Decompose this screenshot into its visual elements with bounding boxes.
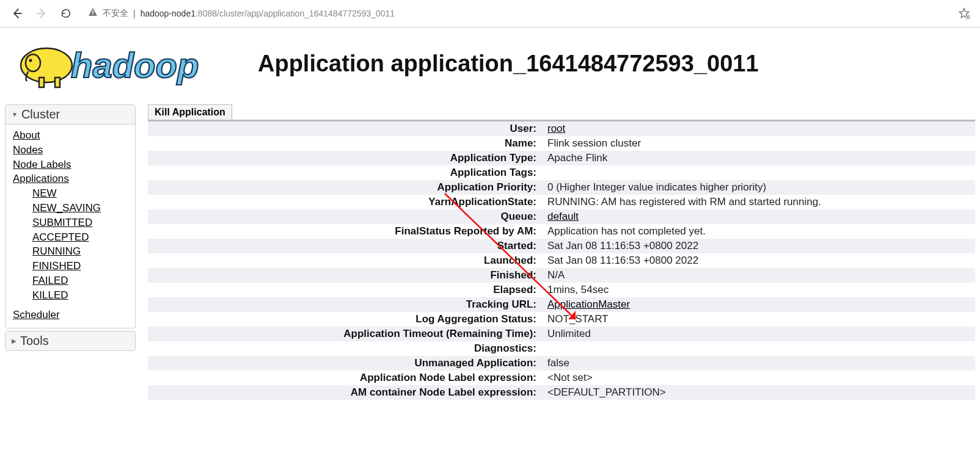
row-label: Log Aggregation Status: — [148, 312, 544, 327]
svg-text:hadoop: hadoop — [71, 45, 199, 85]
sidebar-tools-header[interactable]: ▶Tools — [5, 331, 135, 350]
row-value: Application has not completed yet. — [544, 224, 975, 239]
application-details-table: User:rootName:Flink session clusterAppli… — [148, 120, 975, 400]
row-label: User: — [148, 121, 544, 137]
sidebar-item-app-submitted[interactable]: SUBMITTED — [32, 215, 128, 230]
row-value: Sat Jan 08 11:16:53 +0800 2022 — [544, 253, 975, 268]
row-label: Application Node Label expression: — [148, 371, 544, 385]
arrow-left-icon — [11, 7, 23, 20]
favorite-button[interactable] — [956, 5, 973, 22]
svg-rect-0 — [92, 10, 93, 13]
page-title: Application application_1641484772593_00… — [258, 51, 973, 77]
sidebar-item-app-running[interactable]: RUNNING — [32, 244, 128, 259]
row-value: NOT_START — [544, 312, 975, 327]
table-row: Application Timeout (Remaining Time):Unl… — [148, 327, 975, 341]
content-area: Kill Application User:rootName:Flink ses… — [148, 104, 975, 400]
row-label: Application Tags: — [148, 165, 544, 180]
sidebar-tools-section: ▶Tools — [5, 331, 136, 351]
arrow-right-icon — [35, 7, 48, 20]
row-label: Application Type: — [148, 151, 544, 165]
forward-button[interactable] — [32, 4, 51, 23]
star-plus-icon — [958, 7, 970, 20]
back-button[interactable] — [7, 4, 27, 23]
row-value: 1mins, 54sec — [544, 283, 975, 297]
row-value-link[interactable]: ApplicationMaster — [547, 299, 630, 310]
row-value: root — [544, 121, 975, 137]
sidebar-item-scheduler[interactable]: Scheduler — [13, 308, 128, 322]
row-label: Tracking URL: — [148, 297, 544, 312]
security-label: 不安全 — [103, 8, 128, 19]
row-value: ApplicationMaster — [544, 297, 975, 312]
reload-icon — [60, 8, 71, 19]
table-row: Tracking URL:ApplicationMaster — [148, 297, 975, 312]
row-label: Unmanaged Application: — [148, 356, 544, 371]
row-value: 0 (Higher Integer value indicates higher… — [544, 180, 975, 195]
triangle-down-icon: ▼ — [12, 111, 18, 118]
row-value: N/A — [544, 268, 975, 283]
table-row: Application Node Label expression:<Not s… — [148, 371, 975, 385]
row-value: RUNNING: AM has registered with RM and s… — [544, 195, 975, 209]
sidebar: ▼Cluster About Nodes Node Labels Applica… — [5, 104, 136, 400]
sidebar-item-applications[interactable]: Applications — [13, 172, 128, 186]
row-label: Queue: — [148, 209, 544, 224]
row-value: default — [544, 209, 975, 224]
table-row: Log Aggregation Status:NOT_START — [148, 312, 975, 327]
row-label: Finished: — [148, 268, 544, 283]
browser-toolbar: 不安全 | hadoop-node1:8088/cluster/app/appl… — [0, 0, 980, 27]
table-row: Elapsed:1mins, 54sec — [148, 283, 975, 297]
separator: | — [133, 9, 136, 18]
address-bar[interactable]: 不安全 | hadoop-node1:8088/cluster/app/appl… — [81, 5, 951, 22]
row-label: Name: — [148, 136, 544, 151]
table-row: Unmanaged Application:false — [148, 356, 975, 371]
row-value: Flink session cluster — [544, 136, 975, 151]
sidebar-item-app-failed[interactable]: FAILED — [32, 273, 128, 288]
sidebar-cluster-header[interactable]: ▼Cluster — [5, 105, 135, 125]
row-value: <DEFAULT_PARTITION> — [544, 385, 975, 400]
row-label: Started: — [148, 239, 544, 253]
sidebar-item-app-accepted[interactable]: ACCEPTED — [32, 230, 128, 245]
table-row: FinalStatus Reported by AM:Application h… — [148, 224, 975, 239]
sidebar-item-app-finished[interactable]: FINISHED — [32, 259, 128, 273]
page-header: hadoop Application application_164148477… — [0, 27, 980, 100]
sidebar-item-app-killed[interactable]: KILLED — [32, 288, 128, 303]
row-value — [544, 165, 975, 180]
table-row: Application Type:Apache Flink — [148, 151, 975, 165]
table-row: YarnApplicationState:RUNNING: AM has reg… — [148, 195, 975, 209]
row-value: Apache Flink — [544, 151, 975, 165]
reload-button[interactable] — [56, 4, 76, 23]
table-row: Queue:default — [148, 209, 975, 224]
row-value: Sat Jan 08 11:16:53 +0800 2022 — [544, 239, 975, 253]
row-label: Diagnostics: — [148, 341, 544, 356]
sidebar-item-node-labels[interactable]: Node Labels — [13, 157, 128, 172]
row-label: Elapsed: — [148, 283, 544, 297]
kill-application-button[interactable]: Kill Application — [148, 104, 232, 120]
sidebar-item-app-new[interactable]: NEW — [32, 186, 128, 201]
triangle-right-icon: ▶ — [12, 338, 16, 344]
table-row: AM container Node Label expression:<DEFA… — [148, 385, 975, 400]
table-row: Application Priority:0 (Higher Integer v… — [148, 180, 975, 195]
sidebar-item-nodes[interactable]: Nodes — [13, 143, 128, 157]
svg-point-4 — [26, 54, 40, 71]
row-value: false — [544, 356, 975, 371]
row-label: AM container Node Label expression: — [148, 385, 544, 400]
row-value-link[interactable]: root — [547, 123, 565, 134]
row-value — [544, 341, 975, 356]
insecure-icon — [88, 7, 98, 20]
table-row: User:root — [148, 121, 975, 137]
svg-rect-7 — [55, 78, 60, 87]
row-label: FinalStatus Reported by AM: — [148, 224, 544, 239]
row-label: Application Timeout (Remaining Time): — [148, 327, 544, 341]
svg-rect-6 — [39, 78, 44, 87]
table-row: Launched:Sat Jan 08 11:16:53 +0800 2022 — [148, 253, 975, 268]
row-label: Launched: — [148, 253, 544, 268]
table-row: Name:Flink session cluster — [148, 136, 975, 151]
row-label: YarnApplicationState: — [148, 195, 544, 209]
table-row: Finished:N/A — [148, 268, 975, 283]
svg-point-5 — [29, 59, 32, 62]
row-value-link[interactable]: default — [547, 211, 579, 222]
row-value: Unlimited — [544, 327, 975, 341]
svg-rect-1 — [92, 14, 93, 15]
sidebar-item-app-new-saving[interactable]: NEW_SAVING — [32, 201, 128, 215]
sidebar-item-about[interactable]: About — [13, 128, 128, 143]
table-row: Diagnostics: — [148, 341, 975, 356]
